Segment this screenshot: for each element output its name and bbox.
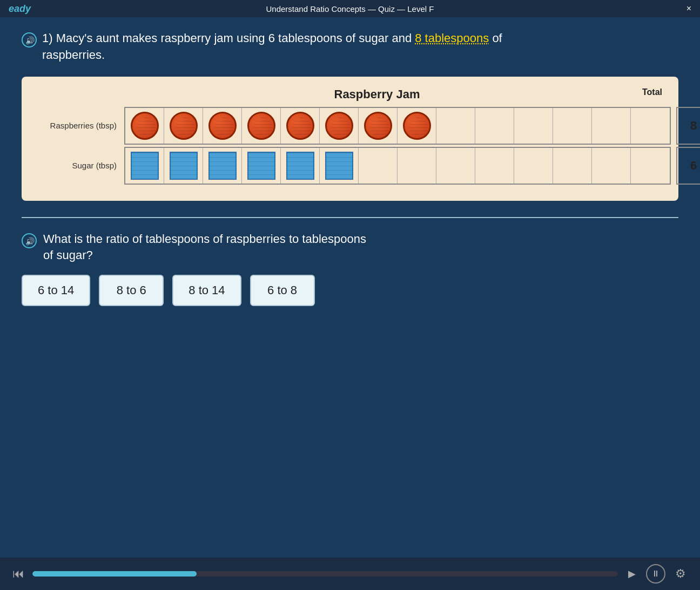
chart-title: Raspberry Jam: [124, 87, 630, 101]
page-title: Understand Ratio Concepts — Quiz — Level…: [266, 4, 434, 13]
separator: [22, 217, 678, 218]
sugar-row: Sugar (tbsp): [38, 147, 662, 185]
rasp-cell-6: [320, 108, 359, 144]
rasp-cell-4: [242, 108, 281, 144]
sugar-label: Sugar (tbsp): [38, 161, 124, 170]
rasp-empty-3: [514, 108, 553, 144]
chart-container: Raspberry Jam Total Raspberries (tbsp): [22, 77, 678, 201]
sugar-cell-3: [203, 148, 242, 184]
sugar-cell-6: [320, 148, 359, 184]
total-header: Total: [630, 87, 662, 97]
rasp-empty-2: [475, 108, 514, 144]
question2-text: What is the ratio of tablespoons of rasp…: [43, 231, 367, 265]
rasp-cell-3: [203, 108, 242, 144]
question2-header: 🔊 What is the ratio of tablespoons of ra…: [22, 231, 678, 265]
speaker2-icon[interactable]: 🔊: [22, 233, 37, 248]
sugar-cell-4: [242, 148, 281, 184]
question1-text: 1) Macy's aunt makes raspberry jam using…: [42, 30, 507, 64]
rasp-total-col: 8: [676, 107, 700, 145]
rasp-empty-5: [592, 108, 631, 144]
pause-button[interactable]: ⏸: [646, 564, 665, 584]
progress-bar: [32, 571, 618, 577]
raspberries-cells: [124, 107, 671, 145]
sugar-empty-3: [436, 148, 475, 184]
svg-text:🔊: 🔊: [25, 237, 35, 246]
answer-8to14[interactable]: 8 to 14: [172, 275, 241, 306]
rasp-cell-8: [398, 108, 436, 144]
rasp-cell-2: [164, 108, 203, 144]
answer-options: 6 to 14 8 to 6 8 to 14 6 to 8: [22, 275, 678, 306]
close-button[interactable]: ×: [686, 4, 691, 13]
sugar-total-col: 6: [676, 147, 700, 185]
sugar-empty-4: [475, 148, 514, 184]
rasp-cell-7: [359, 108, 398, 144]
rasp-cell-1: [125, 108, 164, 144]
sugar-total-value: 6: [677, 148, 700, 184]
progress-fill: [32, 571, 197, 577]
grid-table: Raspberries (tbsp): [38, 107, 662, 185]
rasp-empty-4: [553, 108, 592, 144]
play-button[interactable]: ▶: [624, 566, 640, 581]
raspberries-label: Raspberries (tbsp): [38, 121, 124, 130]
sugar-empty-5: [514, 148, 553, 184]
raspberries-row: Raspberries (tbsp): [38, 107, 662, 145]
svg-text:🔊: 🔊: [25, 36, 35, 45]
speaker-icon[interactable]: 🔊: [22, 32, 37, 48]
question1-header: 🔊 1) Macy's aunt makes raspberry jam usi…: [22, 30, 678, 64]
answer-6to8[interactable]: 6 to 8: [250, 275, 315, 306]
rasp-empty-1: [436, 108, 475, 144]
sugar-empty-1: [359, 148, 398, 184]
sugar-cell-2: [164, 148, 203, 184]
rasp-empty-6: [631, 108, 670, 144]
sugar-empty-7: [592, 148, 631, 184]
sugar-cells: [124, 147, 671, 185]
sugar-cell-1: [125, 148, 164, 184]
rasp-cell-5: [281, 108, 320, 144]
bottom-bar: ⏮ ▶ ⏸ ⚙: [0, 558, 700, 590]
rasp-total-value: 8: [677, 108, 700, 144]
brand-logo: eady: [9, 3, 31, 15]
settings-button[interactable]: ⚙: [672, 565, 689, 582]
sugar-cell-5: [281, 148, 320, 184]
sugar-empty-8: [631, 148, 670, 184]
answer-6to14[interactable]: 6 to 14: [22, 275, 90, 306]
sugar-empty-2: [398, 148, 436, 184]
answer-8to6[interactable]: 8 to 6: [99, 275, 164, 306]
main-content: 🔊 1) Macy's aunt makes raspberry jam usi…: [0, 17, 700, 558]
sugar-empty-6: [553, 148, 592, 184]
skip-button[interactable]: ⏮: [11, 566, 26, 581]
top-bar: eady Understand Ratio Concepts — Quiz — …: [0, 0, 700, 17]
